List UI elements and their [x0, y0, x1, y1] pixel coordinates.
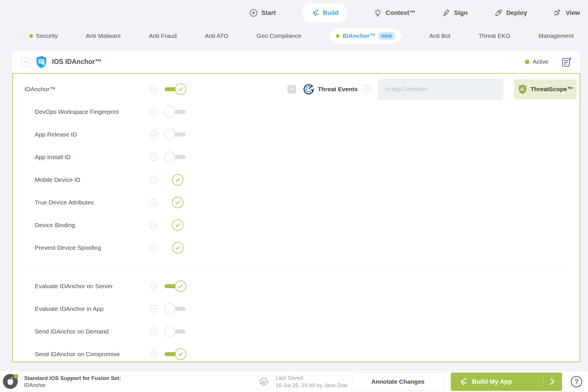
subnav-label: Anti Malware	[86, 32, 121, 39]
device-binding-toggle[interactable]	[164, 219, 186, 231]
info-icon[interactable]: i	[150, 176, 158, 184]
in-app-detection-input[interactable]	[378, 79, 503, 100]
tab-label: Build	[323, 9, 339, 17]
collapse-button[interactable]	[21, 57, 30, 67]
info-icon[interactable]: i	[150, 108, 158, 116]
toggle-row: Prevent Device Spoofing i	[13, 236, 580, 259]
info-icon[interactable]: i	[150, 327, 158, 335]
toggle-row: Send IDAnchor on Demand i	[13, 320, 580, 343]
add-note-icon[interactable]	[561, 57, 572, 67]
toggle-label: True Device Attributes	[24, 199, 150, 206]
info-icon[interactable]: i	[150, 305, 158, 313]
footer-actions: Annotate Changes Build My App ?	[352, 373, 582, 391]
info-icon[interactable]: i	[150, 85, 158, 93]
check-icon	[177, 86, 184, 92]
info-icon[interactable]: i	[150, 282, 158, 290]
new-badge: NEW	[378, 32, 395, 40]
info-icon[interactable]: i	[150, 244, 158, 251]
app-release-id-toggle[interactable]	[164, 128, 186, 141]
check-icon	[289, 87, 294, 92]
subnav-anti-ato[interactable]: Anti ATO	[205, 32, 228, 39]
check-icon	[177, 283, 184, 289]
info-icon[interactable]: i	[150, 221, 158, 229]
prevent-device-spoofing-toggle[interactable]	[164, 242, 186, 254]
info-icon[interactable]: i	[150, 198, 158, 206]
toggle-knob	[172, 242, 183, 253]
subnav-label: Anti Bot	[429, 32, 450, 39]
subnav-label: Management	[538, 32, 574, 39]
check-icon	[175, 222, 181, 228]
idanchor-toggle[interactable]	[164, 83, 186, 95]
app-install-id-toggle[interactable]	[164, 151, 186, 163]
fusion-set-name: IDAnchor	[24, 382, 121, 388]
subnav-anti-malware[interactable]: Anti Malware	[86, 32, 121, 39]
minus-icon	[24, 60, 28, 64]
shield-chart-icon	[518, 84, 527, 94]
build-my-app-button[interactable]: Build My App	[451, 373, 562, 391]
idanchor-settings-panel: IDAnchor™ i Thr	[12, 73, 580, 362]
tab-context[interactable]: Context™	[374, 9, 415, 17]
check-icon	[175, 199, 181, 206]
toggle-label: DevOps Workspace Fingerprint	[24, 108, 150, 115]
tab-sign[interactable]: Sign	[442, 9, 468, 17]
help-button[interactable]: ?	[571, 376, 582, 387]
toggle-row: App Release ID i	[13, 123, 580, 146]
mobile-device-id-toggle[interactable]	[164, 174, 186, 186]
top-nav: Start Build Context™ Sign Deploy	[0, 0, 588, 26]
subnav-management[interactable]: Management	[538, 32, 574, 39]
threat-events-checkbox[interactable]	[287, 85, 296, 93]
tab-label: View	[566, 9, 580, 17]
check-icon	[175, 177, 181, 183]
build-button-label: Build My App	[472, 378, 512, 385]
toggle-label: Prevent Device Spoofing	[24, 244, 150, 251]
tab-label: Start	[261, 9, 276, 17]
evaluate-idanchor-in-app-toggle[interactable]	[164, 303, 186, 315]
toggle-knob	[164, 303, 175, 315]
shield-barcode-icon	[35, 55, 47, 69]
idanchor-card: IOS IDAnchor™ Active IDAnchor™ i	[12, 50, 580, 362]
status-dot-icon	[525, 60, 529, 64]
feature-row: IDAnchor™ i Thr	[13, 78, 580, 100]
toggle-row: Device Binding i	[13, 214, 580, 236]
fusion-set-info: Standard iOS Support for Fusion Set: IDA…	[24, 375, 121, 388]
devops-workspace-fingerprint-toggle[interactable]	[164, 106, 186, 118]
card-header: IOS IDAnchor™ Active	[12, 50, 580, 73]
subnav-anti-bot[interactable]: Anti Bot	[429, 32, 450, 39]
toggle-row: App Install ID i	[13, 146, 580, 168]
subnav-anti-fraud[interactable]: Anti Fraud	[149, 32, 177, 39]
true-device-attributes-toggle[interactable]	[164, 196, 186, 208]
divider	[555, 57, 555, 67]
toggle-row: DevOps Workspace Fingerprint i	[13, 100, 580, 123]
toggle-label: Send IDAnchor on Compromise	[24, 351, 150, 358]
tab-build[interactable]: Build	[302, 4, 347, 22]
fusion-set-title: Standard iOS Support for Fusion Set:	[24, 375, 121, 381]
subnav-security[interactable]: Security	[29, 32, 58, 39]
threatscope-button[interactable]: ThreatScope™	[514, 79, 577, 99]
plus-circle-icon	[249, 9, 258, 17]
info-icon[interactable]: i	[150, 130, 158, 138]
feature-label: IDAnchor™	[24, 86, 150, 93]
toggle-knob	[164, 151, 175, 163]
divider	[543, 376, 543, 387]
toggle-row: True Device Attributes i	[13, 191, 580, 214]
tab-view[interactable]: View	[554, 9, 580, 17]
last-saved-group: Last Saved 16-Jul-25, 15:49 by Jane Doe	[258, 374, 347, 389]
info-icon[interactable]: i	[363, 85, 371, 93]
tab-deploy[interactable]: Deploy	[494, 9, 527, 17]
subnav-geo-compliance[interactable]: Geo Compliance	[257, 32, 301, 39]
subnav-threat-ekg[interactable]: Threat EKG	[479, 32, 510, 39]
tab-label: Sign	[454, 9, 468, 17]
annotate-changes-button[interactable]: Annotate Changes	[352, 373, 444, 391]
check-icon	[177, 351, 184, 357]
section-divider	[24, 267, 568, 267]
tab-start[interactable]: Start	[249, 9, 276, 17]
info-icon[interactable]: i	[150, 350, 158, 358]
evaluate-idanchor-on-server-toggle[interactable]	[164, 280, 186, 292]
info-icon[interactable]: i	[150, 153, 158, 161]
subnav-idanchor[interactable]: IDAnchor™ NEW	[330, 28, 401, 44]
toggle-knob	[175, 83, 186, 95]
send-idanchor-on-compromise-toggle[interactable]	[164, 348, 186, 360]
send-idanchor-on-demand-toggle[interactable]	[164, 325, 186, 338]
enabled-dot-icon	[336, 34, 340, 38]
apple-icon	[6, 377, 15, 386]
